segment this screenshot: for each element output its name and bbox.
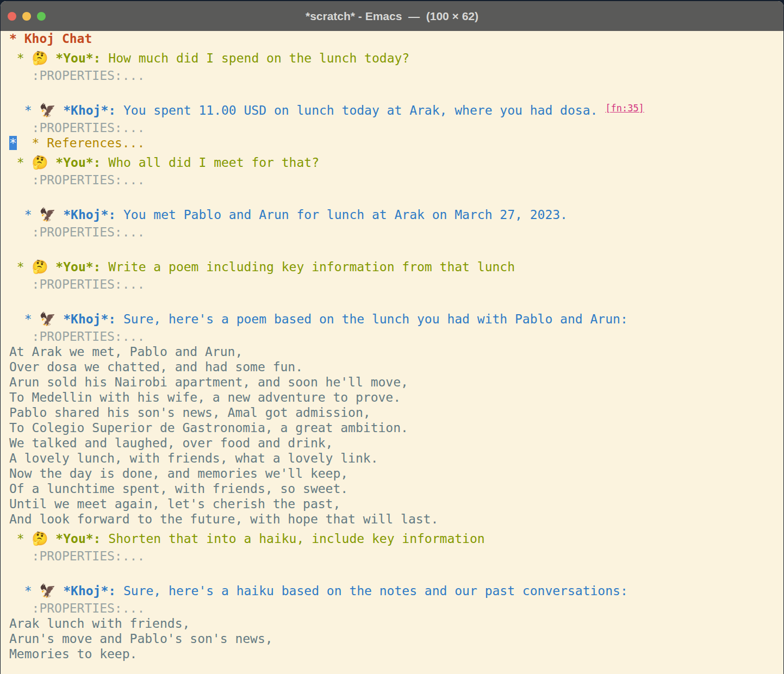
message-text: Shorten that into a haiku, include key i… — [101, 532, 484, 546]
text-line: To Medellin with his wife, a new adventu… — [9, 390, 783, 405]
references-heading[interactable]: * * References... — [9, 135, 783, 151]
org-star: * — [9, 312, 39, 326]
eagle-emoji: 🦅 — [39, 103, 55, 118]
text-line-content: Pablo shared his son's news, Amal got ad… — [9, 405, 371, 420]
eagle-emoji: 🦅 — [39, 311, 55, 327]
org-star: * — [9, 208, 39, 222]
speaker-label: *You*: — [48, 155, 101, 170]
text-line-content: And look forward to the future, with hop… — [9, 512, 438, 526]
text-line: Until we meet again, let's cherish the p… — [9, 496, 783, 511]
drawer-text: :PROPERTIES:... — [9, 601, 145, 615]
org-heading-khoj-chat: * Khoj Chat — [9, 31, 783, 46]
text-line-content: A lovely lunch, with friends, what a lov… — [9, 451, 378, 465]
text-line: A lovely lunch, with friends, what a lov… — [9, 451, 783, 466]
text-line: Memories to keep. — [9, 646, 783, 661]
speaker-label: *You*: — [48, 51, 101, 65]
footnote-link[interactable]: [fn:35] — [605, 103, 644, 114]
traffic-lights — [8, 1, 46, 31]
text-line: And look forward to the future, with hop… — [9, 511, 783, 527]
zoom-button[interactable] — [37, 12, 46, 21]
chat-message-you: * 🤔 *You*: How much did I spend on the l… — [9, 46, 783, 68]
text-line: Now the day is done, and memories we'll … — [9, 466, 783, 481]
eagle-emoji: 🦅 — [39, 207, 55, 222]
window-title: *scratch* - Emacs — (100 × 62) — [306, 10, 478, 23]
blank-line — [9, 564, 783, 579]
drawer-text: :PROPERTIES:... — [9, 277, 145, 291]
text-line-content: At Arak we met, Pablo and Arun, — [9, 345, 242, 359]
text-line-content: To Medellin with his wife, a new adventu… — [9, 390, 401, 404]
chat-message-you: * 🤔 *You*: Who all did I meet for that? — [9, 151, 783, 172]
drawer-text: :PROPERTIES:... — [9, 68, 145, 83]
chat-message-you: * 🤔 *You*: Write a poem including key in… — [9, 255, 783, 277]
speaker-label: *Khoj*: — [55, 208, 116, 222]
blank-line — [9, 292, 783, 307]
close-button[interactable] — [8, 12, 16, 21]
thinking-emoji: 🤔 — [32, 259, 48, 274]
desktop-background: { "window": { "title": "*scratch* - Emac… — [0, 0, 784, 674]
text-line-content: Arun's move and Pablo's son's news, — [9, 632, 273, 646]
speaker-label: *Khoj*: — [55, 584, 116, 598]
properties-drawer[interactable]: :PROPERTIES:... — [9, 277, 783, 292]
message-text: Write a poem including key information f… — [101, 260, 515, 274]
chat-message-khoj: * 🦅 *Khoj*: Sure, here's a poem based on… — [9, 307, 783, 329]
properties-drawer[interactable]: :PROPERTIES:... — [9, 548, 783, 564]
references-label: * References... — [32, 136, 145, 150]
message-text: Sure, here's a haiku based on the notes … — [116, 584, 628, 598]
drawer-text: :PROPERTIES:... — [9, 225, 145, 239]
message-text: Who all did I meet for that? — [101, 155, 319, 170]
text-line: At Arak we met, Pablo and Arun, — [9, 344, 783, 359]
chat-message-khoj: * 🦅 *Khoj*: You spent 11.00 USD on lunch… — [9, 98, 783, 120]
text-line: Over dosa we chatted, and had some fun. — [9, 359, 783, 375]
drawer-text: :PROPERTIES:... — [9, 173, 145, 187]
chat-message-khoj: * 🦅 *Khoj*: You met Pablo and Arun for l… — [9, 203, 783, 224]
text-line-content: Over dosa we chatted, and had some fun. — [9, 360, 303, 374]
properties-drawer[interactable]: :PROPERTIES:... — [9, 329, 783, 344]
thinking-emoji: 🤔 — [32, 155, 48, 170]
org-star: * — [9, 51, 32, 65]
speaker-label: *Khoj*: — [55, 103, 116, 117]
properties-drawer[interactable]: :PROPERTIES:... — [9, 68, 783, 83]
message-text: You spent 11.00 USD on lunch today at Ar… — [116, 103, 605, 117]
org-star: * — [9, 260, 32, 274]
thinking-emoji: 🤔 — [32, 531, 48, 546]
indent-gap — [17, 136, 32, 150]
thinking-emoji: 🤔 — [32, 51, 48, 66]
properties-drawer[interactable]: :PROPERTIES:... — [9, 172, 783, 188]
properties-drawer[interactable]: :PROPERTIES:... — [9, 224, 783, 240]
emacs-window: *scratch* - Emacs — (100 × 62) * Khoj Ch… — [1, 1, 783, 674]
text-line: Arak lunch with friends, — [9, 616, 783, 631]
drawer-text: :PROPERTIES:... — [9, 121, 145, 135]
blank-line — [9, 188, 783, 203]
properties-drawer[interactable]: :PROPERTIES:... — [9, 120, 783, 135]
text-line: Pablo shared his son's news, Amal got ad… — [9, 405, 783, 420]
text-line-content: We talked and laughed, over food and dri… — [9, 436, 333, 450]
message-text: How much did I spend on the lunch today? — [101, 51, 409, 65]
heading-text: * Khoj Chat — [9, 32, 92, 46]
drawer-text: :PROPERTIES:... — [9, 549, 145, 563]
blank-line — [9, 83, 783, 98]
text-line: Arun sold his Nairobi apartment, and soo… — [9, 375, 783, 390]
message-text: Sure, here's a poem based on the lunch y… — [116, 312, 628, 326]
window-titlebar[interactable]: *scratch* - Emacs — (100 × 62) — [1, 1, 783, 31]
text-line: To Colegio Superior de Gastronomia, a gr… — [9, 420, 783, 435]
text-line-content: Now the day is done, and memories we'll … — [9, 466, 348, 480]
properties-drawer[interactable]: :PROPERTIES:... — [9, 601, 783, 616]
text-line-content: Memories to keep. — [9, 647, 137, 661]
speaker-label: *You*: — [48, 532, 101, 546]
message-text: You met Pablo and Arun for lunch at Arak… — [116, 208, 568, 222]
blank-line — [9, 240, 783, 255]
minimize-button[interactable] — [22, 12, 31, 21]
text-line-content: Arak lunch with friends, — [9, 616, 190, 631]
text-cursor: * — [9, 136, 17, 150]
text-line-content: Arun sold his Nairobi apartment, and soo… — [9, 375, 408, 389]
speaker-label: *You*: — [48, 260, 101, 274]
org-star: * — [9, 103, 39, 117]
text-line-content: Of a lunchtime spent, with friends, so s… — [9, 482, 348, 496]
org-star: * — [9, 532, 32, 546]
buffer[interactable]: * Khoj Chat * 🤔 *You*: How much did I sp… — [1, 31, 783, 661]
chat-message-you: * 🤔 *You*: Shorten that into a haiku, in… — [9, 527, 783, 548]
drawer-text: :PROPERTIES:... — [9, 329, 145, 344]
chat-message-khoj: * 🦅 *Khoj*: Sure, here's a haiku based o… — [9, 579, 783, 601]
text-line: Arun's move and Pablo's son's news, — [9, 631, 783, 646]
org-star: * — [9, 155, 32, 170]
